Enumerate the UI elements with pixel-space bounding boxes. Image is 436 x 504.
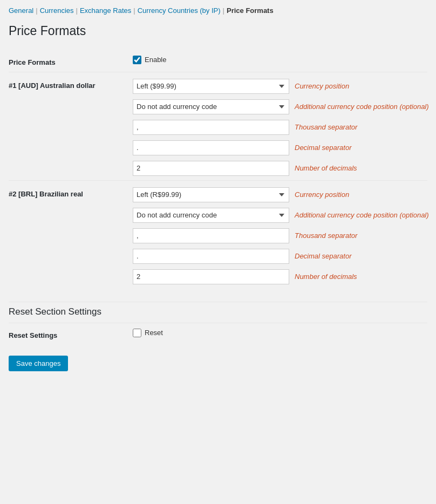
page-title: Price Formats	[9, 23, 427, 39]
brl-decimal-separator-row: Decimal separator	[133, 249, 429, 264]
brl-thousand-separator-label: Thousand separator	[295, 231, 357, 240]
reset-checkbox-row: Reset	[133, 329, 427, 337]
aud-decimals-row: Number of decimals	[133, 161, 429, 176]
breadcrumb-sep-3: |	[133, 6, 135, 15]
reset-section-title: Reset Section Settings	[9, 302, 427, 317]
brl-decimals-label: Number of decimals	[295, 273, 357, 281]
brl-currency-position-row: Left (R$99.99) Right (R$99.99) Left with…	[133, 187, 429, 202]
aud-currency-position-label: Currency position	[295, 82, 349, 90]
breadcrumb-currency-countries[interactable]: Currency Countries (by IP)	[138, 6, 221, 15]
breadcrumb-currencies[interactable]: Currencies	[40, 6, 74, 15]
brl-thousand-separator-row: Thousand separator	[133, 228, 429, 243]
aud-decimal-separator-input[interactable]	[133, 140, 289, 155]
brl-decimals-input[interactable]	[133, 269, 289, 284]
aud-currency-position-select[interactable]: Left ($99.99) Right ($99.99) Left with s…	[133, 79, 289, 94]
brl-code-position-row: Do not add currency code Left Right Left…	[133, 208, 429, 223]
aud-decimal-separator-row: Decimal separator	[133, 140, 429, 155]
breadcrumb-sep-2: |	[76, 6, 78, 15]
aud-title: #1 [AUD] Australian dollar	[9, 79, 133, 90]
enable-checkbox[interactable]	[133, 56, 141, 64]
price-formats-label: Price Formats	[9, 56, 133, 66]
breadcrumb-sep-1: |	[36, 6, 37, 15]
brl-decimal-separator-label: Decimal separator	[295, 252, 352, 260]
brl-thousand-separator-input[interactable]	[133, 228, 289, 243]
reset-settings-label: Reset Settings	[9, 329, 133, 339]
breadcrumb-price-formats: Price Formats	[227, 6, 274, 15]
price-formats-content: Enable	[133, 56, 427, 64]
aud-code-position-row: Do not add currency code Left Right Left…	[133, 99, 429, 114]
brl-currency-position-label: Currency position	[295, 190, 349, 199]
brl-fields: Left (R$99.99) Right (R$99.99) Left with…	[133, 187, 429, 284]
price-formats-enable-row: Price Formats Enable	[9, 50, 427, 72]
breadcrumb-general[interactable]: General	[9, 6, 33, 15]
aud-decimals-label: Number of decimals	[295, 164, 357, 172]
enable-label: Enable	[145, 56, 166, 64]
breadcrumb: General | Currencies | Exchange Rates | …	[9, 6, 427, 15]
brl-decimal-separator-input[interactable]	[133, 249, 289, 264]
breadcrumb-exchange-rates[interactable]: Exchange Rates	[80, 6, 131, 15]
page-container: General | Currencies | Exchange Rates | …	[0, 0, 436, 382]
brl-title: #2 [BRL] Brazilian real	[9, 187, 133, 198]
save-button[interactable]: Save changes	[9, 356, 68, 371]
reset-settings-content: Reset	[133, 329, 427, 337]
aud-thousand-separator-input[interactable]	[133, 120, 289, 135]
brl-decimals-row: Number of decimals	[133, 269, 429, 284]
settings-section: Price Formats Enable #1 [AUD] Australian…	[9, 50, 427, 289]
enable-checkbox-row: Enable	[133, 56, 427, 64]
aud-decimals-input[interactable]	[133, 161, 289, 176]
brl-currency-position-select[interactable]: Left (R$99.99) Right (R$99.99) Left with…	[133, 187, 289, 202]
aud-currency-position-row: Left ($99.99) Right ($99.99) Left with s…	[133, 79, 429, 94]
aud-thousand-separator-row: Thousand separator	[133, 120, 429, 135]
reset-checkbox-label: Reset	[145, 329, 163, 337]
aud-fields: Left ($99.99) Right ($99.99) Left with s…	[133, 79, 429, 176]
reset-settings-row: Reset Settings Reset	[9, 323, 427, 345]
aud-thousand-separator-label: Thousand separator	[295, 123, 357, 131]
aud-code-position-select[interactable]: Do not add currency code Left Right Left…	[133, 99, 289, 114]
aud-section: #1 [AUD] Australian dollar Left ($99.99)…	[9, 72, 427, 180]
brl-section: #2 [BRL] Brazilian real Left (R$99.99) R…	[9, 180, 427, 289]
brl-code-position-select[interactable]: Do not add currency code Left Right Left…	[133, 208, 289, 223]
breadcrumb-sep-4: |	[223, 6, 224, 15]
brl-code-position-label: Additional currency code position (optio…	[295, 211, 429, 219]
aud-code-position-label: Additional currency code position (optio…	[295, 103, 429, 111]
aud-decimal-separator-label: Decimal separator	[295, 144, 352, 152]
reset-checkbox[interactable]	[133, 329, 141, 337]
